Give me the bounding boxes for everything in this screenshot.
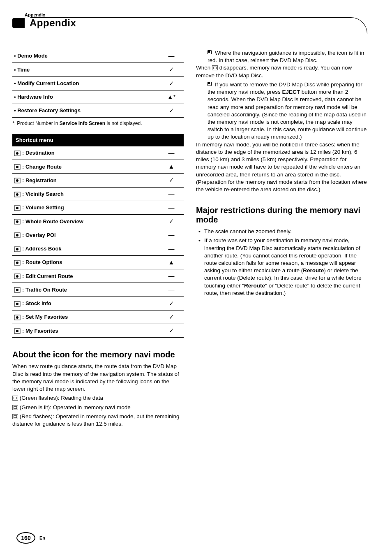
row-mark: ▲ xyxy=(159,160,184,174)
table-row: : Registration✓ xyxy=(12,174,184,187)
memory-icon xyxy=(12,414,18,419)
table-row: : Address Book— xyxy=(12,242,184,255)
table-footnote: *: Product Number in Service Info Screen… xyxy=(12,120,184,127)
note-bullet-icon xyxy=(208,82,212,86)
svg-point-11 xyxy=(16,220,18,223)
table-row: : Edit Current Route— xyxy=(12,269,184,283)
table-row: • Demo Mode— xyxy=(12,49,184,63)
settings-table: • Demo Mode—• Time✓• Modify Current Loca… xyxy=(12,49,184,118)
table-row: : Set My Favorites✓ xyxy=(12,310,184,324)
table-row: : My Favorites✓ xyxy=(12,324,184,338)
row-label: • Demo Mode xyxy=(12,49,159,63)
row-mark: ✓ xyxy=(159,324,184,338)
row-mark: — xyxy=(159,269,184,283)
table-row: : Vicinity Search— xyxy=(12,187,184,201)
memory-icon xyxy=(212,65,218,70)
left-column: • Demo Mode—• Time✓• Modify Current Loca… xyxy=(12,49,184,429)
change-route-icon xyxy=(14,164,21,170)
shortcut-label-cell: : Destination xyxy=(12,146,159,160)
note-impossible: Where the navigation guidance is impossi… xyxy=(196,49,367,64)
destination-icon xyxy=(14,151,21,156)
shortcut-label-cell: : Traffic On Route xyxy=(12,283,159,297)
row-mark: — xyxy=(159,242,184,255)
row-mark: ▲* xyxy=(159,90,184,104)
row-mark: ✓ xyxy=(159,104,184,118)
memory-icon xyxy=(12,396,18,401)
svg-point-21 xyxy=(16,289,18,291)
memory-navi-notify: In memory navi mode, you will be notifie… xyxy=(196,141,367,194)
memory-navi-intro: When new route guidance starts, the rout… xyxy=(12,363,184,393)
shortcut-label-cell: : Registration xyxy=(12,174,159,187)
registration-icon xyxy=(14,178,21,183)
row-mark: — xyxy=(159,228,184,242)
shortcut-label-cell: : Set My Favorites xyxy=(12,310,159,324)
row-mark: — xyxy=(159,146,184,160)
shortcut-table: : Destination—: Change Route▲: Registrat… xyxy=(12,146,184,338)
svg-point-5 xyxy=(16,179,18,182)
table-row: : Stock Info✓ xyxy=(12,297,184,310)
svg-point-23 xyxy=(16,303,18,305)
shortcut-label-cell: : Address Book xyxy=(12,242,159,255)
svg-point-7 xyxy=(16,193,18,196)
shortcut-label-cell: : Volume Setting xyxy=(12,201,159,214)
legend-green-flash: (Green flashes): Reading the data xyxy=(12,394,184,402)
note-eject: If you want to remove the DVD Map Disc w… xyxy=(196,81,367,141)
shortcut-label-cell: : Stock Info xyxy=(12,297,159,310)
row-mark: ✓ xyxy=(159,297,184,310)
when-disappears: When disappears, memory navi mode is rea… xyxy=(196,64,367,79)
shortcut-label-cell: : Change Route xyxy=(12,160,159,174)
edit-route-icon xyxy=(14,273,21,279)
page-header: Appendix Appendix xyxy=(12,12,367,33)
row-label: • Modify Current Location xyxy=(12,76,159,90)
volume-setting-icon xyxy=(14,205,21,211)
table-row: : Overlay POI— xyxy=(12,228,184,242)
row-label: • Hardware Info xyxy=(12,90,159,104)
table-row: : Destination— xyxy=(12,146,184,160)
table-row: : Traffic On Route— xyxy=(12,283,184,297)
row-mark: ✓ xyxy=(159,174,184,187)
table-row: : Route Options▲ xyxy=(12,255,184,269)
svg-point-25 xyxy=(16,316,18,319)
table-row: : Volume Setting— xyxy=(12,201,184,214)
restrictions-list: The scale cannot be zoomed freely. If a … xyxy=(196,228,367,297)
right-column: Where the navigation guidance is impossi… xyxy=(196,49,367,429)
language-code: En xyxy=(39,535,45,540)
row-mark: — xyxy=(159,187,184,201)
svg-point-19 xyxy=(16,275,18,278)
row-mark: — xyxy=(159,283,184,297)
shortcut-label-cell: : Overlay POI xyxy=(12,228,159,242)
shortcut-label-cell: : Vicinity Search xyxy=(12,187,159,201)
svg-point-17 xyxy=(16,262,18,264)
svg-point-3 xyxy=(16,166,18,168)
table-row: : Change Route▲ xyxy=(12,160,184,174)
svg-point-15 xyxy=(16,248,18,250)
legend-red-flash: (Red flashes): Operated in memory navi m… xyxy=(12,413,184,428)
row-label: • Time xyxy=(12,63,159,76)
row-mark: ▲ xyxy=(159,255,184,269)
vicinity-search-icon xyxy=(14,192,21,197)
memory-icon xyxy=(12,405,18,410)
table-row: • Time✓ xyxy=(12,63,184,76)
note-bullet-icon xyxy=(208,50,212,54)
svg-point-9 xyxy=(16,207,18,209)
my-favorites-icon xyxy=(14,328,21,334)
restriction-item: The scale cannot be zoomed freely. xyxy=(196,228,367,235)
heading-major-restrictions: Major restrictions during the memory nav… xyxy=(196,206,367,225)
row-mark: ✓ xyxy=(159,63,184,76)
heading-memory-navi-icon: About the icon for the memory navi mode xyxy=(12,350,184,359)
shortcut-label-cell: : Route Options xyxy=(12,255,159,269)
row-mark: — xyxy=(159,49,184,63)
table-row: • Restore Factory Settings✓ xyxy=(12,104,184,118)
row-label: • Restore Factory Settings xyxy=(12,104,159,118)
page-number: 160 xyxy=(16,532,35,544)
row-mark: ✓ xyxy=(159,215,184,228)
table-row: : Whole Route Overview✓ xyxy=(12,215,184,228)
table-row: • Modify Current Location✓ xyxy=(12,76,184,90)
shortcut-label-cell: : Edit Current Route xyxy=(12,269,159,283)
overlay-poi-icon xyxy=(14,232,21,238)
restriction-item: If a route was set to your destination i… xyxy=(196,237,367,297)
row-mark: ✓ xyxy=(159,310,184,324)
svg-point-1 xyxy=(16,152,18,155)
shortcut-label-cell: : Whole Route Overview xyxy=(12,215,159,228)
chapter-marker xyxy=(12,18,25,28)
